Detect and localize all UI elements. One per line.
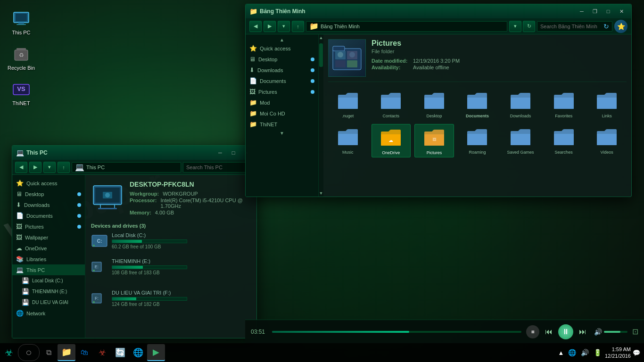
sidebar-item-documents[interactable]: 📄 Documents — [12, 210, 85, 221]
forward-button[interactable]: ▶ — [29, 162, 41, 173]
drive-f[interactable]: F: DU LIEU VA GIAI TRI (F:) 124 GB free … — [91, 290, 195, 310]
sidebar-item-onedrive[interactable]: ☁ OneDrive — [12, 243, 85, 254]
btm-refresh-button[interactable]: ↻ — [523, 21, 535, 32]
sidebar-item-thispc[interactable]: 💻 This PC — [12, 264, 85, 275]
sidebar-item-libraries[interactable]: 📚 Libraries — [12, 254, 85, 264]
store-button[interactable]: 🛍 — [75, 344, 93, 361]
svg-rect-33 — [338, 98, 358, 109]
sidebar-scrollbar[interactable]: ▲ ▼ — [319, 34, 323, 197]
sidebar-item-thienminh-e[interactable]: 💾 THIENMINH (E:) — [12, 286, 85, 297]
btm-sidebar-mod[interactable]: 📁 Mod — [246, 97, 318, 108]
task-view-button[interactable]: ⧉ — [40, 344, 58, 361]
btm-forward-button[interactable]: ▶ — [264, 21, 276, 32]
btm-back-button[interactable]: ◀ — [249, 21, 262, 32]
btm-dropdown2-button[interactable]: ▾ — [509, 21, 521, 32]
file-item-music[interactable]: Music — [328, 124, 368, 157]
file-item-contacts[interactable]: Contacts — [372, 88, 411, 120]
btm-sidebar-pictures[interactable]: 🖼 Pictures — [246, 86, 318, 97]
sidebar-item-wallpaper[interactable]: 🖼 Wallpaper — [12, 232, 85, 243]
sidebar-item-pictures[interactable]: 🖼 Pictures — [12, 221, 85, 232]
scroll-thumb[interactable] — [319, 43, 323, 67]
dropdown-button[interactable]: ▾ — [43, 162, 56, 173]
btm-sidebar-downloads[interactable]: ⬇ Downloads — [246, 65, 318, 75]
desktop-icon-thinet[interactable]: VS ThiNET — [5, 80, 38, 106]
back-button[interactable]: ◀ — [15, 162, 27, 173]
search-input[interactable] — [186, 165, 250, 170]
volume-icon[interactable]: 🔊 — [594, 328, 602, 336]
drives-grid: C: Local Disk (C:) 60.2 GB free of 100 G… — [91, 232, 251, 310]
btm-maximize-button[interactable]: □ — [602, 7, 614, 16]
volume-tray-icon[interactable]: 🔊 — [579, 348, 590, 357]
file-item-desktop[interactable]: Desktop — [414, 88, 454, 120]
scroll-down-arrow[interactable]: ▼ — [246, 130, 318, 136]
svg-rect-5 — [17, 48, 26, 50]
stop-button[interactable]: ■ — [526, 325, 539, 338]
file-explorer-button[interactable]: 📁 — [58, 344, 75, 361]
btm-up-button[interactable]: ↑ — [292, 21, 304, 32]
network-icon[interactable]: 🌐 — [567, 348, 578, 357]
file-item-links[interactable]: Links — [587, 88, 627, 120]
btm-dropdown-button[interactable]: ▾ — [278, 21, 290, 32]
btm-sidebar-desktop[interactable]: 🖥 Desktop — [246, 54, 318, 65]
action-center-icon[interactable]: 💬 — [633, 349, 640, 356]
file-label: Pictures — [427, 150, 442, 155]
scroll-up-btn[interactable]: ▲ — [319, 35, 323, 40]
btm-restore-button[interactable]: ❐ — [589, 7, 601, 16]
battery-icon[interactable]: 🔋 — [592, 348, 603, 357]
file-item-downloads[interactable]: Downloads — [501, 88, 540, 120]
btm-sidebar-thinet[interactable]: 📁 ThiNET — [246, 119, 318, 130]
sidebar-item-local-c[interactable]: 💾 Local Disk (C:) — [12, 275, 85, 286]
btm-minimize-button[interactable]: ─ — [576, 7, 588, 16]
btm-search-input[interactable] — [540, 24, 603, 29]
search-bar[interactable] — [183, 162, 254, 173]
desktop-icon-thispc[interactable]: This PC — [5, 9, 38, 35]
play-pause-button[interactable]: ⏸ — [558, 324, 573, 339]
file-item-pictures[interactable]: 🖼 Pictures — [414, 124, 454, 157]
media-player-button[interactable]: ▶ — [147, 344, 165, 361]
svg-rect-1 — [16, 14, 27, 21]
drive-c[interactable]: C: Local Disk (C:) 60.2 GB free of 100 G… — [91, 232, 195, 253]
next-button[interactable]: ⏭ — [576, 325, 589, 338]
volume-slider[interactable] — [604, 331, 627, 333]
btm-content: ▲ ⭐ Quick access 🖥 Desktop ⬇ Downloads 📄… — [246, 34, 631, 197]
btm-address-bar[interactable]: 📁 Băng Thiên Minh — [306, 21, 507, 32]
file-item-searches[interactable]: Searches — [544, 124, 584, 157]
aspect-ratio-button[interactable]: ⊡ — [632, 327, 638, 336]
desktop-icon-recycle[interactable]: ♻ Recycle Bin — [5, 45, 38, 71]
browser-button[interactable]: 🔄 — [111, 344, 129, 361]
chrome-button[interactable]: 🌐 — [129, 344, 147, 361]
sidebar-item-dulieu[interactable]: 💾 DU LIEU VA GIAI — [12, 297, 85, 308]
scroll-up-arrow[interactable]: ▲ — [246, 36, 318, 43]
btm-refresh-icon[interactable]: ↻ — [603, 23, 609, 30]
file-item-saved-games[interactable]: Saved Games — [501, 124, 540, 157]
btm-search-bar[interactable]: ↻ — [537, 21, 612, 32]
file-item-documents[interactable]: Documents — [458, 88, 497, 120]
file-item-roaming[interactable]: Roaming — [458, 124, 497, 157]
sidebar-item-network[interactable]: 🌐 Network — [12, 308, 85, 319]
drive-c-icon: C: — [91, 232, 108, 253]
prev-button[interactable]: ⏮ — [542, 325, 555, 338]
start-button[interactable]: ☣ — [0, 344, 18, 361]
maximize-button[interactable]: □ — [227, 148, 239, 157]
file-item-videos[interactable]: Videos — [587, 124, 627, 157]
security-button[interactable]: ☣ — [93, 344, 111, 361]
file-item-favorites[interactable]: Favorites — [544, 88, 584, 120]
sidebar-item-desktop[interactable]: 🖥 Desktop — [12, 189, 85, 199]
sidebar-item-downloads[interactable]: ⬇ Downloads — [12, 199, 85, 210]
scroll-down-btn[interactable]: ▼ — [319, 191, 323, 196]
file-label: Contacts — [383, 114, 400, 118]
file-item-.nuget[interactable]: .nuget — [328, 88, 368, 120]
btm-sidebar-documents[interactable]: 📄 Documents — [246, 75, 318, 86]
drive-e[interactable]: E: THIENMINH (E:) 108 GB free of 183 GB — [91, 258, 195, 279]
search-button[interactable]: ○ — [18, 344, 40, 361]
file-item-onedrive[interactable]: ☁ OneDrive — [372, 124, 411, 157]
minimize-button[interactable]: ─ — [214, 148, 226, 157]
btm-sidebar-moicohd[interactable]: 📁 Moi Co HD — [246, 108, 318, 119]
drive-e-name: THIENMINH (E:) — [112, 258, 195, 264]
media-progress-bar[interactable] — [272, 331, 521, 333]
address-bar[interactable]: 💻 This PC — [72, 162, 181, 173]
svg-rect-35 — [424, 98, 444, 109]
up-button[interactable]: ↑ — [58, 162, 70, 173]
btm-close-button[interactable]: ✕ — [615, 7, 627, 16]
notification-icon[interactable]: ▲ — [557, 349, 565, 356]
